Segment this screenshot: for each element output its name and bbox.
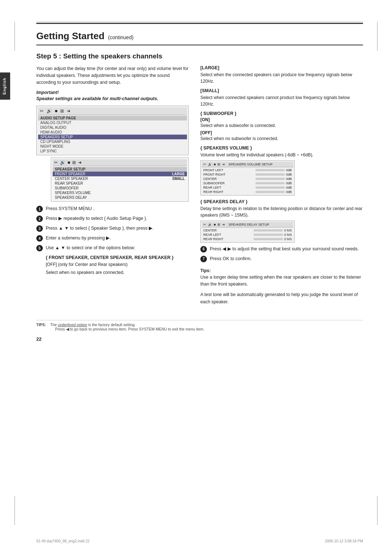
large-title: [LARGE] <box>200 65 363 70</box>
tips-item-2: A test tone will be automatically genera… <box>200 291 363 305</box>
left-column: You can adjust the delay time (for cente… <box>36 65 189 309</box>
step-2: 2 Press ▶ repeatedly to select { Audio S… <box>36 215 189 222</box>
top-line2 <box>36 23 363 24</box>
vol-frontright-value: 0dB <box>286 173 292 176</box>
step-4: 4 Enter a submenu by pressing ▶. <box>36 235 189 242</box>
important-text: Speaker settings are available for multi… <box>36 96 189 102</box>
step-7-num: 7 <box>200 256 207 262</box>
submenu-icon-4: ⊞ <box>72 160 76 165</box>
submenu-screenshot: ✂ 🔊 ■ ⊞ ➜ SPEAKER SETUP FRONT SPEAKER LA… <box>51 157 189 202</box>
intro-text: You can adjust the delay time (for cente… <box>36 65 189 86</box>
submenu-item-delay: SPEAKERS DELAY <box>53 195 187 200</box>
vol-rearright-value: 0dB <box>286 190 292 194</box>
footer-right: 2006-10-12 3:08:34 PM <box>325 539 363 543</box>
vol-frontright-bar-container <box>256 173 285 176</box>
step-2-num: 2 <box>36 216 43 222</box>
step-2-text: Press ▶ repeatedly to select { Audio Set… <box>46 215 189 222</box>
submenu-icon-2: 🔊 <box>60 160 65 165</box>
tips-item-1: Use a longer delay time setting when the… <box>200 274 363 288</box>
vol-rearright-label: REAR RIGHT <box>203 190 224 194</box>
subwoofer-title: { SUBWOOFER } <box>200 111 363 116</box>
delay-rearleft-label: REAR LEFT <box>203 233 221 237</box>
step-3-num: 3 <box>36 225 43 232</box>
speakers-delay-title: { SPEAKERS DELAY } <box>200 199 363 204</box>
submenu-subwoofer-label: SUBWOOFER <box>55 186 79 190</box>
vol-center-bar: 0dB <box>256 177 292 181</box>
two-col-layout: You can adjust the delay time (for cente… <box>36 65 363 309</box>
page-number: 22 <box>36 336 363 342</box>
vol-rearleft-bar-container <box>256 186 285 189</box>
submenu-item-subwoofer: SUBWOOFER <box>53 186 187 190</box>
bottom-tips-line1: The underlined option is the factory def… <box>50 323 135 327</box>
submenu-icon-5: ➜ <box>78 160 82 165</box>
step-4-text: Enter a submenu by pressing ▶. <box>46 235 189 242</box>
vol-subwoofer-bar-container <box>256 182 285 184</box>
important-label: Important! <box>36 90 189 95</box>
delay-row-center: CENTER 0 MS <box>202 228 293 233</box>
footer: 01-49 dvp7400_98_eng2.indd 22 2006-10-12… <box>36 539 363 543</box>
option-group-title: { FRONT SPEAKER, CENTER SPEAKER, REAR SP… <box>46 255 189 260</box>
vol-center-bar-container <box>256 178 285 180</box>
vol-rearleft-bar: 0dB <box>256 186 292 189</box>
vol-subwoofer-value: 0dB <box>286 181 292 185</box>
delay-center-label: CENTER <box>203 229 217 232</box>
delay-row-rearleft: REAR LEFT 0 MS <box>202 233 293 237</box>
vol-frontleft-value: 0dB <box>286 168 292 172</box>
vol-icon-5: ➜ <box>222 163 225 166</box>
submenu-center-label: CENTER SPEAKER <box>55 177 88 181</box>
top-line <box>36 22 363 22</box>
step-5-text: Use ▲ ▼ to select one of the options bel… <box>46 245 189 251</box>
step-7: 7 Press OK to confirm. <box>200 255 363 262</box>
delay-rearleft-bar: 0 MS <box>254 233 292 237</box>
large-text: Select when the connected speakers can p… <box>200 71 363 85</box>
submenu-front-label: FRONT SPEAKER <box>55 172 85 176</box>
menu-item-analog: ANALOG OUTPUT <box>38 120 187 125</box>
menu-item-hdmi: HDMI AUDIO <box>38 130 187 135</box>
delay-screenshot: ✂ 🔊 ■ ⊞ ➜ SPEAKERS DELAY SETUP CENTER 0 … <box>200 221 295 243</box>
submenu-front-value: LARGE <box>172 172 185 176</box>
subwoofer-on-desc: Select when a subwoofer is connected. <box>200 122 363 129</box>
vol-ss-title: SPEAKERS VOLUME SETUP <box>228 163 273 166</box>
step-heading: Step 5 : Setting the speakers channels <box>36 52 363 61</box>
step-1: 1 Press SYSTEM MENU . <box>36 205 189 212</box>
menu-icon-5: ➜ <box>67 108 70 114</box>
delay-rearright-bar-container <box>254 238 283 240</box>
left-line-bottom <box>15 496 15 525</box>
option-off-desc: Select when no speakers are connected. <box>46 269 189 276</box>
delay-icon-3: ■ <box>214 223 216 226</box>
vol-rearright-bar: 0dB <box>256 190 292 194</box>
submenu-rear-label: REAR SPEAKER <box>55 181 83 185</box>
vol-frontleft-label: FRONT LEFT <box>203 168 223 172</box>
menu-item-cd: CD UPSAMPLING <box>38 139 187 144</box>
small-text: Select when connected speakers cannot pr… <box>200 94 363 107</box>
submenu-icon-1: ✂ <box>54 160 58 165</box>
vol-row-center: CENTER 0dB <box>202 177 293 181</box>
vol-row-frontleft: FRONT LEFT 0dB <box>202 168 293 172</box>
vol-icon-4: ⊞ <box>217 163 220 166</box>
delay-center-value: 0 MS <box>284 229 292 232</box>
volume-ss-header: ✂ 🔊 ■ ⊞ ➜ SPEAKERS VOLUME SETUP <box>202 162 293 167</box>
menu-icon-4: ⊞ <box>60 108 64 114</box>
menu-icons-bar: ✂ 🔊 ■ ⊞ ➜ <box>38 107 187 115</box>
page-container: English Getting Started (continued) Step… <box>0 0 392 554</box>
right-line-bottom <box>377 496 377 525</box>
underline-option: underlined option <box>58 323 87 327</box>
submenu-item-front: FRONT SPEAKER LARGE <box>53 172 187 176</box>
vol-center-label: CENTER <box>203 177 217 181</box>
delay-rearleft-value: 0 MS <box>284 233 292 237</box>
submenu-item-volume: SPEAKERS VOLUME <box>53 190 187 195</box>
main-title: Getting Started <box>36 30 105 42</box>
step-3: 3 Press ▲ ▼ to select { Speaker Setup },… <box>36 225 189 232</box>
menu-item-lipsync: LIP SYNC <box>38 149 187 153</box>
tips-section: Tips: Use a longer delay time setting wh… <box>200 267 363 306</box>
delay-rearright-label: REAR RIGHT <box>203 237 224 241</box>
menu-item-night: NIGHT MODE <box>38 144 187 149</box>
menu-item-speakers: SPEAKERS SETUP <box>38 135 187 139</box>
delay-ss-header: ✂ 🔊 ■ ⊞ ➜ SPEAKERS DELAY SETUP <box>202 222 293 227</box>
vol-frontright-label: FRONT RIGHT <box>203 173 225 176</box>
speakers-delay-text: Delay time settings in relation to the l… <box>200 205 363 218</box>
delay-rearright-value: 0 MS <box>284 237 292 241</box>
subwoofer-off-desc: Select when no subwoofer is connected. <box>200 135 363 142</box>
delay-center-bar-container <box>254 229 283 231</box>
step-3-text: Press ▲ ▼ to select { Speaker Setup }, t… <box>46 225 189 232</box>
